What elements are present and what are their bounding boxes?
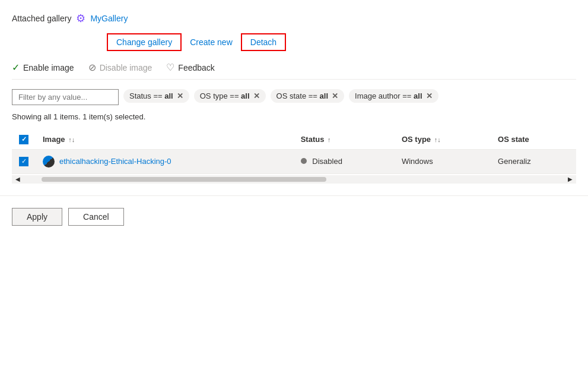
row-os-type-cell: Windows [395,149,491,173]
filter-input[interactable] [12,89,119,105]
filter-row: Status == all ✕ OS type == all ✕ OS stat… [12,89,576,105]
row-status-cell: Disabled [294,149,395,173]
status-filter-tag: Status == all ✕ [123,89,189,103]
create-new-button[interactable]: Create new [182,34,241,50]
status-sort-icon: ↑ [328,136,331,143]
os-type-filter-tag: OS type == all ✕ [194,89,266,103]
feedback-icon: ♡ [166,62,174,73]
image-link[interactable]: ethicalhacking-Ethical-Hacking-0 [43,156,287,168]
image-col-label: Image [43,135,65,144]
gear-icon: ⚙ [76,12,85,25]
os-type-filter-close[interactable]: ✕ [253,91,260,100]
os-state-col-label: OS state [498,135,529,144]
os-type-col-label: OS type [402,135,431,144]
row-status-value: Disabled [312,157,342,166]
cancel-button[interactable]: Cancel [68,208,124,226]
gallery-name-link[interactable]: MyGallery [90,14,128,23]
data-table: ✓ Image ↑↓ Status ↑ OS type ↑↓ [12,129,576,174]
table-header-checkbox-cell[interactable]: ✓ [12,129,36,149]
row-checkbox-cell[interactable]: ✓ [12,149,36,173]
row-image-cell[interactable]: ethicalhacking-Ethical-Hacking-0 [36,149,294,173]
attached-gallery-row: Attached gallery ⚙ MyGallery [12,12,576,25]
detach-button[interactable]: Detach [241,33,286,51]
disable-image-label: Disable image [100,63,152,72]
data-table-wrapper: ✓ Image ↑↓ Status ↑ OS type ↑↓ [12,129,576,174]
scrollbar-thumb[interactable] [42,177,326,182]
enable-image-toolbar-item[interactable]: ✓ Enable image [12,62,74,73]
header-checkbox[interactable]: ✓ [19,135,28,144]
image-author-filter-close[interactable]: ✕ [426,91,433,100]
scroll-right-arrow[interactable]: ▶ [564,176,576,182]
row-os-type-value: Windows [402,157,433,166]
table-row: ✓ ethicalhacking-Ethical-Hacking-0 Disab… [12,149,576,173]
image-sort-icon: ↑↓ [68,136,75,143]
feedback-toolbar-item[interactable]: ♡ Feedback [166,62,214,73]
os-state-filter-close[interactable]: ✕ [332,91,338,100]
apply-button[interactable]: Apply [12,208,62,226]
row-os-state-cell: Generaliz [491,149,576,173]
check-icon: ✓ [12,62,20,73]
os-state-filter-tag: OS state == all ✕ [271,89,344,103]
table-header-os-type[interactable]: OS type ↑↓ [395,129,491,149]
disable-image-toolbar-item[interactable]: ⊘ Disable image [88,62,152,73]
action-buttons-row: Change gallery Create new Detach [12,33,576,51]
table-header-os-state[interactable]: OS state [491,129,576,149]
image-thumbnail-icon [43,156,55,168]
footer-buttons: Apply Cancel [0,196,588,238]
toolbar-row: ✓ Enable image ⊘ Disable image ♡ Feedbac… [12,62,576,80]
attached-gallery-label: Attached gallery [12,14,71,23]
disable-icon: ⊘ [88,62,96,73]
image-author-filter-tag: Image author == all ✕ [349,89,438,103]
os-type-sort-icon: ↑↓ [434,136,441,143]
scroll-left-arrow[interactable]: ◀ [12,176,24,182]
feedback-label: Feedback [178,63,214,72]
enable-image-label: Enable image [23,63,74,72]
horizontal-scrollbar[interactable]: ◀ ▶ [12,175,576,184]
row-checkbox[interactable]: ✓ [19,157,28,166]
table-header-image[interactable]: Image ↑↓ [36,129,294,149]
status-dot-icon [301,158,307,164]
table-header-status[interactable]: Status ↑ [294,129,395,149]
row-os-state-value: Generaliz [498,157,531,166]
image-name: ethicalhacking-Ethical-Hacking-0 [59,157,171,166]
change-gallery-button[interactable]: Change gallery [107,33,182,51]
table-header-row: ✓ Image ↑↓ Status ↑ OS type ↑↓ [12,129,576,149]
status-filter-close[interactable]: ✕ [177,91,183,100]
status-col-label: Status [301,135,325,144]
showing-count: Showing all 1 items. 1 item(s) selected. [12,112,576,121]
